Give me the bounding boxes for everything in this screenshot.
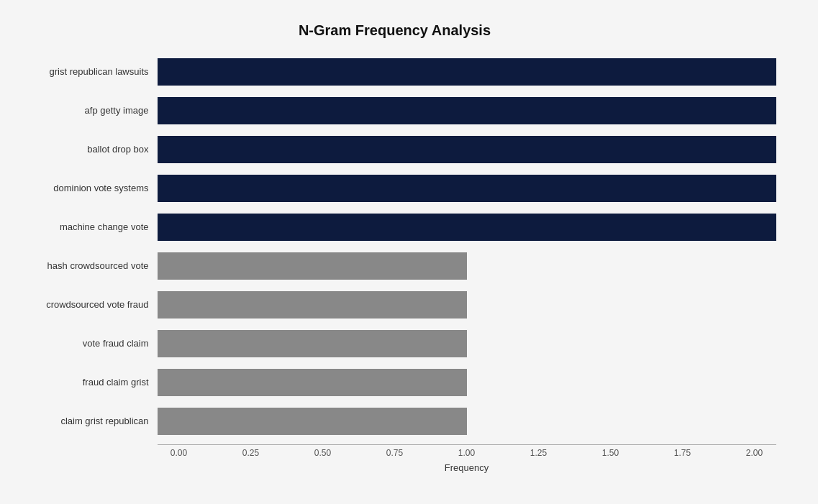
bar-row: ballot drop box [14, 131, 776, 168]
x-axis-area [14, 444, 776, 445]
chart-title: N-Gram Frequency Analysis [14, 22, 776, 39]
bar-fill [158, 175, 776, 202]
bar-row: dominion vote systems [14, 170, 776, 207]
x-tick: 1.50 [589, 448, 632, 458]
bar-row: claim grist republican [14, 403, 776, 440]
x-tick: 0.75 [373, 448, 417, 458]
bar-label: claim grist republican [14, 416, 158, 426]
x-tick: 0.25 [230, 448, 273, 458]
bar-track [158, 97, 776, 124]
x-tick: 1.25 [517, 448, 560, 458]
bar-label: hash crowdsourced vote [14, 260, 158, 271]
bar-track [158, 58, 776, 86]
bar-track [158, 175, 776, 202]
bar-label: vote fraud claim [14, 338, 158, 349]
bar-fill [158, 97, 776, 124]
bar-label: ballot drop box [14, 144, 158, 155]
x-ticks-container: 0.000.250.500.751.001.251.501.752.00 [14, 448, 776, 458]
bar-track [158, 330, 776, 357]
bar-row: grist republican lawsuits [14, 53, 776, 91]
bar-row: machine change vote [14, 209, 776, 246]
bar-label: dominion vote systems [14, 183, 158, 193]
bar-label: grist republican lawsuits [14, 66, 158, 77]
x-axis-line [158, 444, 776, 445]
chart-area: grist republican lawsuitsafp getty image… [14, 53, 776, 441]
bar-track [158, 408, 776, 435]
bar-label: machine change vote [14, 221, 158, 232]
x-tick: 0.00 [158, 448, 201, 458]
bar-label: fraud claim grist [14, 377, 158, 388]
bar-row: hash crowdsourced vote [14, 247, 776, 285]
bar-fill [158, 136, 776, 163]
bar-row: afp getty image [14, 92, 776, 129]
bar-track [158, 136, 776, 163]
bar-track [158, 291, 776, 319]
bar-label: crowdsourced vote fraud [14, 299, 158, 310]
bar-track [158, 369, 776, 396]
chart-inner: grist republican lawsuitsafp getty image… [14, 53, 776, 473]
chart-container: N-Gram Frequency Analysis grist republic… [14, 8, 805, 497]
bar-row: fraud claim grist [14, 364, 776, 401]
x-tick: 1.75 [661, 448, 704, 458]
bar-fill [158, 408, 467, 435]
bar-row: vote fraud claim [14, 325, 776, 362]
x-tick: 1.00 [445, 448, 488, 458]
bar-fill [158, 330, 467, 357]
x-tick: 0.50 [301, 448, 345, 458]
bar-label: afp getty image [14, 105, 158, 116]
bar-fill [158, 252, 467, 280]
bar-fill [158, 58, 776, 86]
bar-fill [158, 369, 467, 396]
bar-track [158, 252, 776, 280]
bar-fill [158, 291, 467, 319]
bar-track [158, 214, 776, 241]
bar-row: crowdsourced vote fraud [14, 286, 776, 324]
bar-fill [158, 214, 776, 241]
x-tick: 2.00 [733, 448, 776, 458]
x-axis-label: Frequency [14, 462, 776, 473]
